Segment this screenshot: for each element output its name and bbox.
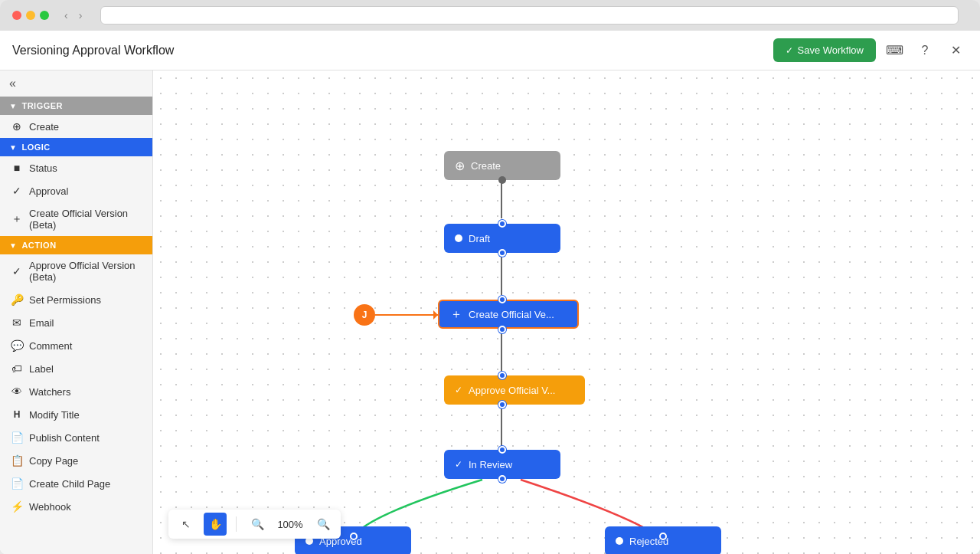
- connector-approve-top: [498, 372, 506, 379]
- user-arrow: [375, 314, 438, 316]
- node-draft-label: Draft: [469, 233, 490, 244]
- node-create-official-label: Create Official Ve...: [469, 309, 554, 320]
- help-icon: ?: [922, 44, 929, 57]
- approval-icon: ✓: [11, 185, 23, 197]
- modify-title-icon: H: [11, 408, 23, 421]
- app-container: Versioning Approval Workflow ✓ Save Work…: [0, 31, 980, 554]
- in-review-node-check-icon: ✓: [455, 459, 462, 470]
- cursor-icon: ↖: [181, 518, 191, 530]
- close-traffic-light[interactable]: [12, 11, 21, 20]
- sidebar-comment-label: Comment: [29, 340, 72, 352]
- workflow-canvas[interactable]: ⊕ Create Draft J ＋ Create Official Ve...: [153, 70, 980, 554]
- connector-inreview-bottom: [498, 475, 506, 483]
- publish-content-icon: 📄: [11, 431, 23, 444]
- sidebar-email-label: Email: [29, 317, 54, 329]
- forward-button[interactable]: ›: [76, 8, 86, 23]
- sidebar-collapse-button[interactable]: «: [0, 70, 152, 97]
- sidebar-create-child-page-label: Create Child Page: [29, 478, 110, 490]
- sidebar-create-official-label: Create Official Version (Beta): [29, 208, 142, 231]
- zoom-level: 100%: [275, 519, 305, 530]
- node-approve-official-version[interactable]: ✓ Approve Official V...: [444, 375, 585, 405]
- connector-approve-bottom: [498, 401, 506, 408]
- sidebar-item-status[interactable]: ■ Status: [0, 156, 152, 179]
- sidebar-item-label[interactable]: 🏷 Label: [0, 357, 152, 380]
- save-workflow-label: Save Workflow: [798, 44, 864, 56]
- node-create-label: Create: [471, 160, 501, 172]
- save-workflow-button[interactable]: ✓ Save Workflow: [773, 38, 876, 62]
- topbar-actions: ✓ Save Workflow ⌨ ? ✕: [773, 38, 968, 63]
- help-button[interactable]: ?: [913, 38, 937, 63]
- hand-tool-button[interactable]: ✋: [204, 513, 227, 536]
- sidebar-item-create[interactable]: ⊕ Create: [0, 115, 152, 138]
- section-header-action[interactable]: ▼ ACTION: [0, 236, 152, 254]
- sidebar-set-permissions-label: Set Permissions: [29, 294, 101, 306]
- app-title: Versioning Approval Workflow: [12, 44, 773, 57]
- connector-create-official-bottom: [498, 326, 506, 333]
- sidebar-item-approve-official[interactable]: ✓ Approve Official Version (Beta): [0, 254, 152, 288]
- node-approve-official-label: Approve Official V...: [469, 385, 555, 396]
- sidebar-create-label: Create: [29, 121, 59, 133]
- webhook-icon: ⚡: [11, 500, 23, 513]
- comment-icon: 💬: [11, 339, 23, 352]
- hand-icon: ✋: [209, 518, 222, 530]
- sidebar-item-create-official-version[interactable]: ＋ Create Official Version (Beta): [0, 202, 152, 236]
- close-icon: ✕: [951, 43, 961, 57]
- connector-draft-bottom: [498, 249, 506, 257]
- canvas-toolbar: ↖ ✋ 🔍 100% 🔍: [168, 510, 341, 539]
- keyboard-button[interactable]: ⌨: [882, 38, 906, 63]
- sidebar-item-approval[interactable]: ✓ Approval: [0, 179, 152, 202]
- zoom-in-icon: 🔍: [317, 518, 330, 530]
- user-badge-label: J: [362, 310, 368, 320]
- zoom-out-button[interactable]: 🔍: [246, 513, 269, 536]
- chevron-trigger-icon: ▼: [9, 102, 17, 110]
- zoom-in-button[interactable]: 🔍: [312, 513, 335, 536]
- checkmark-icon: ✓: [786, 45, 793, 56]
- sidebar-label-label: Label: [29, 363, 54, 375]
- close-button[interactable]: ✕: [943, 38, 968, 63]
- sidebar-item-modify-title[interactable]: H Modify Title: [0, 403, 152, 426]
- sidebar-item-comment[interactable]: 💬 Comment: [0, 334, 152, 357]
- approve-official-icon: ✓: [11, 265, 23, 277]
- section-header-trigger[interactable]: ▼ TRIGGER: [0, 97, 152, 115]
- node-create-official-version[interactable]: ＋ Create Official Ve...: [438, 300, 579, 329]
- connector-approved-top: [350, 533, 358, 540]
- sidebar-approve-official-label: Approve Official Version (Beta): [29, 260, 142, 283]
- select-tool-button[interactable]: ↖: [175, 513, 198, 536]
- sidebar-item-email[interactable]: ✉ Email: [0, 311, 152, 334]
- sidebar-item-webhook[interactable]: ⚡ Webhook: [0, 495, 152, 518]
- section-header-logic[interactable]: ▼ LOGIC: [0, 138, 152, 156]
- label-icon: 🏷: [11, 362, 23, 375]
- sidebar-item-set-permissions[interactable]: 🔑 Set Permissions: [0, 288, 152, 311]
- address-bar[interactable]: [100, 6, 959, 25]
- sidebar-item-watchers[interactable]: 👁 Watchers: [0, 380, 152, 403]
- sidebar-approval-label: Approval: [29, 185, 68, 197]
- watchers-icon: 👁: [11, 385, 23, 398]
- connector-create-bottom: [498, 176, 506, 184]
- node-in-review-label: In Review: [469, 459, 512, 470]
- traffic-lights: [12, 11, 49, 20]
- keyboard-icon: ⌨: [886, 43, 903, 57]
- zoom-out-icon: 🔍: [251, 518, 264, 530]
- maximize-traffic-light[interactable]: [40, 11, 49, 20]
- status-icon: ■: [11, 162, 23, 174]
- back-button[interactable]: ‹: [61, 8, 71, 23]
- collapse-icon: «: [9, 77, 16, 90]
- section-action-label: ACTION: [21, 241, 56, 250]
- email-icon: ✉: [11, 316, 23, 329]
- sidebar-item-publish-content[interactable]: 📄 Publish Content: [0, 426, 152, 449]
- section-logic-label: LOGIC: [21, 143, 50, 152]
- sidebar-item-create-child-page[interactable]: 📄 Create Child Page: [0, 472, 152, 495]
- node-rejected[interactable]: Rejected: [605, 526, 721, 554]
- create-node-plus-icon: ⊕: [455, 159, 465, 173]
- copy-page-icon: 📋: [11, 454, 23, 467]
- plus-icon: ⊕: [11, 120, 23, 133]
- sidebar-item-copy-page[interactable]: 📋 Copy Page: [0, 449, 152, 472]
- create-official-icon: ＋: [11, 213, 23, 225]
- rejected-node-dot-icon: [616, 537, 623, 545]
- sidebar-webhook-label: Webhook: [29, 501, 71, 513]
- browser-titlebar: ‹ ›: [0, 0, 980, 31]
- minimize-traffic-light[interactable]: [26, 11, 35, 20]
- sidebar-publish-content-label: Publish Content: [29, 432, 100, 444]
- connector-draft-top: [498, 220, 506, 228]
- toolbar-separator: [236, 516, 237, 532]
